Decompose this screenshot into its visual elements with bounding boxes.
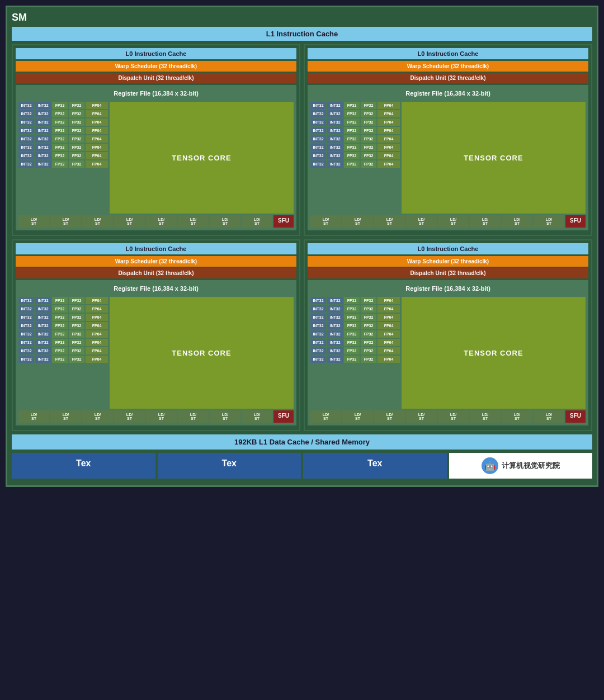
- int32: INT32: [18, 347, 34, 354]
- fp32: FP32: [69, 127, 84, 134]
- q1-warp-scheduler: Warp Scheduler (32 thread/clk): [16, 61, 296, 72]
- int32: INT32: [327, 322, 343, 329]
- sm-container: SM L1 Instruction Cache L0 Instruction C…: [6, 6, 598, 487]
- q1-row-7: INT32 INT32 FP32 FP32 FP64: [18, 152, 108, 159]
- fp32: FP32: [361, 322, 376, 329]
- fp64: FP64: [86, 102, 108, 109]
- q4-compute-units: INT32 INT32 FP32 FP32 FP64 INT32 INT32 F…: [310, 297, 586, 409]
- quadrant-3: L0 Instruction Cache Warp Scheduler (32 …: [12, 239, 300, 431]
- fp32: FP32: [344, 127, 360, 134]
- fp64: FP64: [378, 144, 400, 151]
- fp32: FP32: [52, 152, 68, 159]
- int32: INT32: [327, 119, 343, 126]
- fp32: FP32: [361, 135, 376, 143]
- q1-compute-units: INT32 INT32 FP32 FP32 FP64 INT32 INT32 F…: [18, 102, 294, 214]
- fp32: FP32: [52, 297, 68, 304]
- tex-row: Tex Tex Tex 🤖 计算机视觉研究院: [12, 453, 592, 479]
- q3-warp-scheduler: Warp Scheduler (32 thread/clk): [16, 256, 296, 267]
- q2-ld-st-row: LD/ST LD/ST LD/ST LD/ST LD/ST LD/ST LD/S…: [310, 215, 586, 228]
- ld-st: LD/ST: [502, 410, 532, 423]
- fp64: FP64: [378, 297, 400, 304]
- int32: INT32: [35, 127, 51, 134]
- int32: INT32: [327, 305, 343, 313]
- ld-st: LD/ST: [82, 215, 113, 228]
- fp32: FP32: [52, 356, 68, 363]
- ld-st: LD/ST: [50, 215, 81, 228]
- int32: INT32: [310, 160, 326, 168]
- fp32: FP32: [361, 305, 376, 313]
- int32: INT32: [35, 347, 51, 354]
- fp32: FP32: [52, 322, 68, 329]
- int32: INT32: [327, 110, 343, 117]
- fp32: FP32: [52, 102, 68, 109]
- int32: INT32: [310, 119, 326, 126]
- sm-label: SM: [12, 12, 592, 23]
- ld-st: LD/ST: [438, 215, 469, 228]
- q4-register-file-box: Register File (16,384 x 32-bit) INT32 IN…: [308, 280, 588, 425]
- fp64: FP64: [86, 152, 108, 159]
- fp32: FP32: [344, 339, 360, 346]
- int32: INT32: [310, 152, 326, 159]
- int32: INT32: [310, 102, 326, 109]
- ld-st: LD/ST: [210, 410, 240, 423]
- int32: INT32: [310, 339, 326, 346]
- q1-row-6: INT32 INT32 FP32 FP32 FP64: [18, 144, 108, 151]
- fp32: FP32: [344, 135, 360, 143]
- q1-row-5: INT32 INT32 FP32 FP32 FP64: [18, 135, 108, 143]
- int32: INT32: [35, 160, 51, 168]
- int32: INT32: [35, 339, 51, 346]
- sfu: SFU: [565, 215, 586, 228]
- ld-st: LD/ST: [114, 215, 145, 228]
- q1-cu-left: INT32 INT32 FP32 FP32 FP64 INT32 INT32 F…: [18, 102, 108, 214]
- q2-l0-cache: L0 Instruction Cache: [308, 48, 588, 59]
- fp32: FP32: [361, 160, 376, 168]
- sfu: SFU: [273, 215, 294, 228]
- int32: INT32: [18, 330, 34, 338]
- ld-st: LD/ST: [242, 215, 272, 228]
- watermark: 🤖 计算机视觉研究院: [449, 453, 593, 479]
- fp64: FP64: [86, 305, 108, 313]
- int32: INT32: [310, 297, 326, 304]
- q3-dispatch-unit: Dispatch Unit (32 thread/clk): [16, 268, 296, 278]
- fp32: FP32: [344, 144, 360, 151]
- fp32: FP32: [69, 144, 84, 151]
- q1-register-file-box: Register File (16,384 x 32-bit) INT32 IN…: [16, 85, 296, 230]
- fp32: FP32: [344, 347, 360, 354]
- q1-row-3: INT32 INT32 FP32 FP32 FP64: [18, 119, 108, 126]
- fp32: FP32: [361, 110, 376, 117]
- fp32: FP32: [344, 330, 360, 338]
- fp32: FP32: [344, 322, 360, 329]
- int32: INT32: [35, 110, 51, 117]
- q3-l0-cache: L0 Instruction Cache: [16, 243, 296, 254]
- int32: INT32: [35, 322, 51, 329]
- int32: INT32: [327, 102, 343, 109]
- int32: INT32: [35, 356, 51, 363]
- fp32: FP32: [69, 135, 84, 143]
- fp32: FP32: [361, 127, 376, 134]
- q4-l0-cache: L0 Instruction Cache: [308, 243, 588, 254]
- fp64: FP64: [378, 119, 400, 126]
- fp32: FP32: [69, 152, 84, 159]
- fp32: FP32: [52, 135, 68, 143]
- fp32: FP32: [52, 305, 68, 313]
- int32: INT32: [18, 119, 34, 126]
- fp32: FP32: [344, 110, 360, 117]
- fp64: FP64: [378, 152, 400, 159]
- int32: INT32: [18, 322, 34, 329]
- fp64: FP64: [86, 322, 108, 329]
- q1-l0-cache: L0 Instruction Cache: [16, 48, 296, 59]
- fp32: FP32: [344, 305, 360, 313]
- fp64: FP64: [86, 314, 108, 321]
- int32: INT32: [18, 110, 34, 117]
- ld-st: LD/ST: [438, 410, 469, 423]
- fp64: FP64: [378, 160, 400, 168]
- fp32: FP32: [361, 314, 376, 321]
- fp32: FP32: [69, 347, 84, 354]
- q1-ld-st-row: LD/ST LD/ST LD/ST LD/ST LD/ST LD/ST LD/S…: [18, 215, 294, 228]
- fp32: FP32: [52, 330, 68, 338]
- int32: INT32: [35, 297, 51, 304]
- fp32: FP32: [69, 297, 84, 304]
- fp64: FP64: [378, 305, 400, 313]
- int32: INT32: [35, 144, 51, 151]
- fp64: FP64: [86, 144, 108, 151]
